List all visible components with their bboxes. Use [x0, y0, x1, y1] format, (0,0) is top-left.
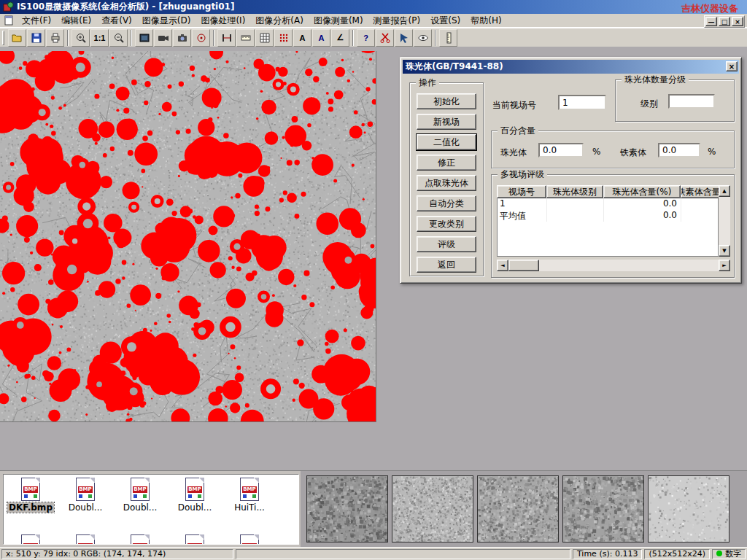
- bottom-panel: BMP DKF.bmp BMP Doubl... BMP Doubl... BM…: [0, 470, 747, 547]
- op-grade-button[interactable]: 评级: [417, 236, 476, 252]
- reticle-button[interactable]: [192, 29, 210, 47]
- file-item[interactable]: BMP Doubl...: [116, 478, 164, 513]
- op-change-class-button[interactable]: 更改类别: [417, 216, 476, 232]
- point-count-button[interactable]: [274, 29, 293, 47]
- thumbnail[interactable]: [392, 475, 473, 542]
- menu-file[interactable]: 文件(F): [17, 13, 56, 28]
- vertical-ruler-button[interactable]: [439, 29, 457, 47]
- label-tool-button[interactable]: A: [312, 29, 330, 47]
- caliper-icon: [221, 32, 233, 44]
- toolbar-separator: [352, 30, 354, 46]
- actual-size-button[interactable]: 1:1: [90, 29, 109, 47]
- menu-help[interactable]: 帮助(H): [465, 13, 506, 28]
- bmp-badge: BMP: [242, 486, 257, 493]
- table-vscrollbar[interactable]: ▲ ▼: [719, 185, 730, 257]
- file-item[interactable]: BMP HuiTi...: [225, 478, 274, 513]
- menu-view[interactable]: 查看(V): [96, 13, 137, 28]
- mdi-window-controls: — □ ×: [704, 15, 745, 28]
- pointer-tool-button[interactable]: [395, 29, 413, 47]
- cut-button[interactable]: [376, 29, 394, 47]
- printer-icon: [50, 32, 61, 44]
- thumbnail[interactable]: [306, 475, 388, 542]
- thumbnail[interactable]: [477, 475, 559, 542]
- toolbar-grip[interactable]: [2, 31, 4, 45]
- mdi-restore-button[interactable]: □: [719, 17, 730, 26]
- file-item[interactable]: BMP: [61, 534, 109, 545]
- op-pick-pearlite-button[interactable]: 点取珠光体: [417, 175, 476, 191]
- mdi-minimize-button[interactable]: —: [705, 17, 717, 26]
- angle-icon: ∠: [337, 33, 344, 42]
- zoom-in-button[interactable]: [71, 29, 90, 47]
- col-ferrite-content[interactable]: 铁素体含量(%): [681, 185, 719, 198]
- col-field-no[interactable]: 视场号: [497, 185, 546, 198]
- file-name: Doubl...: [67, 502, 104, 513]
- current-field-input[interactable]: [558, 95, 606, 110]
- file-item[interactable]: BMP Doubl...: [171, 478, 219, 513]
- col-pearlite-content[interactable]: 珠光体含量(%): [603, 185, 681, 198]
- file-item[interactable]: BMP: [7, 534, 55, 545]
- mdi-close-button[interactable]: ×: [732, 17, 743, 26]
- caliper-button[interactable]: [217, 29, 236, 47]
- menu-measure-report[interactable]: 测量报告(P): [368, 13, 426, 28]
- scroll-left-button[interactable]: ◄: [497, 260, 508, 271]
- dialog-titlebar[interactable]: 珠光体(GB/T9441-88) ×: [403, 60, 739, 74]
- table-row[interactable]: 1 0.0: [498, 198, 718, 210]
- menu-image-process[interactable]: 图像处理(I): [196, 13, 250, 28]
- op-correct-button[interactable]: 修正: [417, 155, 476, 171]
- dialog-close-button[interactable]: ×: [726, 61, 738, 71]
- file-item[interactable]: BMP Doubl...: [61, 478, 109, 513]
- pearlite-percent-input[interactable]: [538, 143, 584, 158]
- help-button[interactable]: ?: [357, 29, 375, 47]
- hscroll-thumb[interactable]: [508, 260, 539, 271]
- video-capture-button[interactable]: [154, 29, 172, 47]
- menu-image-measure[interactable]: 图像测量(M): [309, 13, 368, 28]
- ferrite-percent-input[interactable]: [658, 143, 700, 158]
- micrograph-canvas[interactable]: [0, 51, 376, 422]
- op-auto-classify-button[interactable]: 自动分类: [417, 195, 476, 211]
- menubar: 文件(F) 编辑(E) 查看(V) 图像显示(D) 图像处理(I) 图像分析(A…: [0, 14, 747, 28]
- child-system-icon[interactable]: [3, 15, 15, 26]
- bmp-file-icon: BMP: [240, 534, 259, 545]
- help-icon: ?: [363, 34, 368, 42]
- bmp-badge: BMP: [187, 486, 202, 493]
- preview-button[interactable]: [414, 29, 432, 47]
- scroll-up-button[interactable]: ▲: [719, 185, 730, 197]
- thumbnail[interactable]: [562, 475, 644, 542]
- image-window-button[interactable]: [135, 29, 153, 47]
- scale-ruler-button[interactable]: [236, 29, 255, 47]
- scroll-right-button[interactable]: ►: [719, 260, 730, 271]
- camera-capture-button[interactable]: [173, 29, 191, 47]
- table-body: 1 0.0 平均值 0.0: [497, 198, 719, 257]
- zoom-out-button[interactable]: [109, 29, 128, 47]
- table-hscrollbar[interactable]: ◄ ►: [497, 260, 730, 271]
- pearlite-dialog: 珠光体(GB/T9441-88) × 操作 初始化 新视场 二值化 修正 点取珠…: [400, 57, 742, 284]
- open-button[interactable]: [8, 29, 26, 47]
- menu-settings[interactable]: 设置(S): [425, 13, 465, 28]
- op-initialize-button[interactable]: 初始化: [417, 93, 476, 109]
- pearlite-label: 珠光体: [500, 147, 527, 159]
- grid-measure-button[interactable]: [255, 29, 274, 47]
- menu-image-display[interactable]: 图像显示(D): [137, 13, 196, 28]
- op-binarize-button[interactable]: 二值化: [417, 134, 476, 150]
- col-pearlite-level[interactable]: 珠光体级别: [546, 185, 603, 198]
- cell-ferrite: [681, 210, 719, 222]
- scroll-down-button[interactable]: ▼: [719, 245, 730, 257]
- file-item[interactable]: BMP: [171, 534, 219, 545]
- one-to-one-icon: 1:1: [94, 34, 106, 42]
- menu-edit[interactable]: 编辑(E): [56, 13, 96, 28]
- file-item[interactable]: BMP DKF.bmp: [7, 478, 55, 513]
- bmp-file-icon: BMP: [76, 534, 95, 545]
- table-row[interactable]: 平均值 0.0: [498, 210, 718, 222]
- file-item[interactable]: BMP: [225, 534, 274, 545]
- save-button[interactable]: [27, 29, 45, 47]
- print-button[interactable]: [46, 29, 64, 47]
- file-item[interactable]: BMP: [116, 534, 164, 545]
- grading-group-label: 珠光体数量分级: [622, 74, 689, 85]
- menu-image-analysis[interactable]: 图像分析(A): [250, 13, 309, 28]
- op-return-button[interactable]: 返回: [417, 257, 476, 273]
- op-new-field-button[interactable]: 新视场: [417, 114, 476, 130]
- angle-measure-button[interactable]: ∠: [331, 29, 349, 47]
- thumbnail[interactable]: [648, 475, 729, 542]
- level-input[interactable]: [668, 94, 715, 109]
- text-annotation-button[interactable]: A: [293, 29, 311, 47]
